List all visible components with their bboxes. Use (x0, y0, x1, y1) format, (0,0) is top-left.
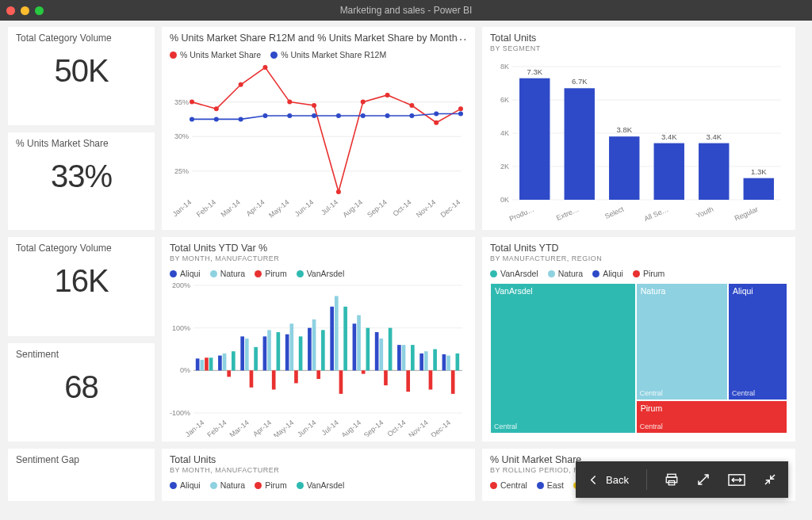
svg-rect-117 (254, 347, 258, 371)
svg-text:4K: 4K (500, 129, 509, 137)
kpi-units-market-share[interactable]: % Units Market Share 33% (8, 132, 155, 231)
svg-text:7.3K: 7.3K (527, 67, 542, 76)
treemap-cell-region: Central (732, 389, 755, 397)
treemap-cell-vanarsdel[interactable]: VanArsdelCentral (490, 283, 636, 434)
svg-rect-105 (250, 370, 254, 387)
svg-text:Produ…: Produ… (508, 205, 535, 224)
line-chart-canvas: 25%30%35%Jan-14Feb-14Mar-14Apr-14May-14J… (170, 63, 467, 222)
svg-text:2K: 2K (500, 162, 509, 170)
treemap-cell-natura[interactable]: NaturaCentral (636, 283, 728, 400)
svg-text:Youth: Youth (695, 205, 714, 220)
legend-swatch (270, 52, 278, 59)
svg-text:Aug-14: Aug-14 (341, 198, 364, 219)
legend-label: Natura (220, 269, 246, 278)
chart-legend: % Units Market Share % Units Market Shar… (170, 50, 467, 59)
svg-text:Aug-14: Aug-14 (339, 419, 362, 437)
close-window-button[interactable] (6, 6, 15, 15)
print-icon[interactable] (665, 472, 679, 487)
svg-point-8 (239, 82, 243, 87)
treemap-cell-aliqui[interactable]: AliquiCentral (728, 283, 787, 400)
svg-rect-93 (245, 338, 249, 370)
svg-rect-83 (285, 335, 289, 371)
window-controls (6, 6, 44, 15)
window-titlebar: Marketing and sales - Power BI (0, 0, 812, 21)
svg-text:0%: 0% (180, 366, 190, 374)
chart-total-units-bottom[interactable]: Total Units BY MONTH, MANUFACTURER Aliqu… (162, 449, 475, 501)
back-arrow-icon (587, 473, 600, 487)
svg-text:3.4K: 3.4K (706, 132, 722, 141)
svg-text:Nov-14: Nov-14 (407, 419, 430, 437)
svg-text:-100%: -100% (170, 409, 190, 417)
legend-label: Pirum (643, 269, 665, 278)
svg-point-21 (262, 113, 267, 118)
kpi-sentiment[interactable]: Sentiment 68 (8, 343, 155, 442)
minimize-window-button[interactable] (21, 6, 29, 15)
chart-total-units-ytd-treemap[interactable]: Total Units YTD BY MANUFACTURER, REGION … (482, 237, 795, 442)
chart-total-units-segment[interactable]: Total Units BY SEGMENT 0K2K4K6K8K7.3KPro… (482, 27, 795, 230)
svg-text:Dec-14: Dec-14 (439, 198, 462, 219)
maximize-window-button[interactable] (35, 6, 44, 15)
svg-point-6 (190, 100, 194, 105)
svg-text:Dec-14: Dec-14 (430, 419, 453, 437)
expand-icon[interactable] (696, 472, 710, 487)
chart-title: Total Units YTD (490, 243, 787, 254)
svg-rect-111 (384, 370, 388, 385)
svg-text:Jun-14: Jun-14 (296, 419, 318, 437)
svg-text:Feb-14: Feb-14 (195, 198, 217, 219)
legend-label: East (547, 480, 564, 490)
back-button[interactable]: Back (587, 473, 629, 487)
svg-text:3.8K: 3.8K (616, 125, 632, 134)
treemap-cell-pirum[interactable]: PirumCentral (636, 400, 787, 434)
legend-swatch (633, 270, 640, 277)
svg-text:Extre…: Extre… (555, 205, 580, 222)
chart-subtitle: BY SEGMENT (490, 44, 787, 52)
chart-title: Total Units (170, 454, 467, 465)
kpi-total-category-volume[interactable]: Total Category Volume 50K (8, 27, 155, 125)
chart-units-market-share-line[interactable]: % Units Market Share R12M and % Units Ma… (162, 27, 475, 230)
svg-rect-140 (666, 477, 677, 483)
svg-rect-103 (205, 358, 209, 370)
chart-subtitle: BY MONTH, MANUFACTURER (170, 254, 467, 262)
legend-swatch (297, 270, 304, 277)
kpi-title: Sentiment (16, 349, 147, 360)
svg-point-26 (385, 113, 390, 118)
svg-text:Apr-14: Apr-14 (245, 198, 266, 218)
svg-text:All Se…: All Se… (643, 205, 670, 223)
treemap-cell-name: Aliqui (733, 286, 753, 296)
chart-title: % Units Market Share R12M and % Units Ma… (170, 32, 467, 44)
svg-point-14 (385, 93, 390, 98)
svg-text:Regular: Regular (733, 205, 760, 223)
svg-rect-118 (277, 332, 281, 370)
legend-label: VanArsdel (500, 269, 538, 278)
svg-text:100%: 100% (172, 324, 190, 332)
svg-point-16 (434, 120, 439, 125)
svg-point-11 (312, 103, 316, 108)
svg-rect-99 (379, 338, 383, 370)
chart-total-units-ytd-var[interactable]: Total Units YTD Var % BY MONTH, MANUFACT… (162, 237, 475, 442)
svg-point-29 (458, 111, 463, 116)
focus-mode-toolbar: Back (576, 461, 788, 498)
svg-rect-112 (406, 370, 410, 392)
treemap-cell-region: Central (640, 389, 663, 397)
svg-text:Oct-14: Oct-14 (386, 419, 408, 437)
svg-text:3.4K: 3.4K (661, 132, 677, 141)
kpi-title: Total Category Volume (16, 32, 147, 44)
svg-rect-52 (519, 78, 550, 200)
svg-rect-84 (308, 328, 312, 371)
collapse-icon[interactable] (763, 472, 777, 487)
svg-rect-87 (375, 332, 379, 370)
more-options-icon[interactable]: ⋯ (454, 32, 467, 47)
kpi-value: 68 (16, 369, 147, 418)
legend-swatch (490, 482, 497, 489)
legend-label: Aliqui (180, 480, 201, 490)
kpi-sentiment-gap[interactable]: Sentiment Gap (8, 449, 155, 501)
svg-point-18 (190, 117, 194, 121)
svg-rect-108 (316, 370, 320, 379)
legend-swatch (297, 482, 304, 489)
dashboard-grid: Total Category Volume 50K % Units Market… (0, 21, 812, 501)
legend-label: % Units Market Share (180, 50, 261, 59)
svg-rect-101 (424, 351, 428, 370)
kpi-total-category-volume-2[interactable]: Total Category Volume 16K (8, 237, 155, 336)
fit-to-width-icon[interactable] (728, 474, 745, 486)
svg-rect-79 (196, 358, 200, 370)
